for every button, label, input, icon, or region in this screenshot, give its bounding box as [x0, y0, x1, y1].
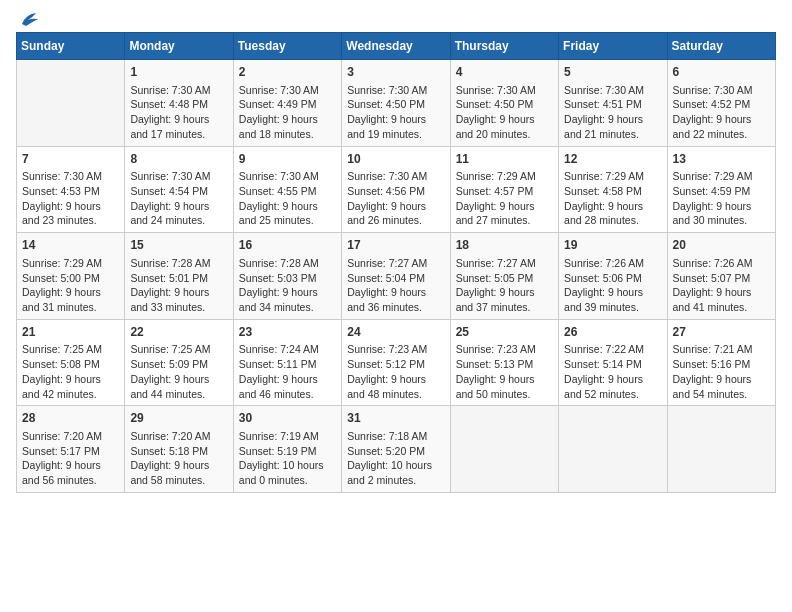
- day-number: 31: [347, 410, 444, 427]
- week-row-5: 28Sunrise: 7:20 AMSunset: 5:17 PMDayligh…: [17, 406, 776, 493]
- day-number: 12: [564, 151, 661, 168]
- day-cell: 12Sunrise: 7:29 AMSunset: 4:58 PMDayligh…: [559, 146, 667, 233]
- weekday-header-saturday: Saturday: [667, 33, 775, 60]
- day-cell: 6Sunrise: 7:30 AMSunset: 4:52 PMDaylight…: [667, 60, 775, 147]
- day-info: Sunrise: 7:30 AMSunset: 4:48 PMDaylight:…: [130, 83, 227, 142]
- day-info: Sunrise: 7:30 AMSunset: 4:52 PMDaylight:…: [673, 83, 770, 142]
- day-number: 3: [347, 64, 444, 81]
- day-info: Sunrise: 7:29 AMSunset: 4:57 PMDaylight:…: [456, 169, 553, 228]
- day-info: Sunrise: 7:27 AMSunset: 5:05 PMDaylight:…: [456, 256, 553, 315]
- day-info: Sunrise: 7:28 AMSunset: 5:03 PMDaylight:…: [239, 256, 336, 315]
- week-row-2: 7Sunrise: 7:30 AMSunset: 4:53 PMDaylight…: [17, 146, 776, 233]
- day-cell: 17Sunrise: 7:27 AMSunset: 5:04 PMDayligh…: [342, 233, 450, 320]
- day-number: 2: [239, 64, 336, 81]
- day-number: 17: [347, 237, 444, 254]
- day-info: Sunrise: 7:24 AMSunset: 5:11 PMDaylight:…: [239, 342, 336, 401]
- day-info: Sunrise: 7:30 AMSunset: 4:55 PMDaylight:…: [239, 169, 336, 228]
- day-number: 11: [456, 151, 553, 168]
- day-info: Sunrise: 7:30 AMSunset: 4:49 PMDaylight:…: [239, 83, 336, 142]
- day-number: 19: [564, 237, 661, 254]
- day-info: Sunrise: 7:19 AMSunset: 5:19 PMDaylight:…: [239, 429, 336, 488]
- day-number: 6: [673, 64, 770, 81]
- day-info: Sunrise: 7:29 AMSunset: 5:00 PMDaylight:…: [22, 256, 119, 315]
- day-cell: 19Sunrise: 7:26 AMSunset: 5:06 PMDayligh…: [559, 233, 667, 320]
- day-number: 22: [130, 324, 227, 341]
- day-info: Sunrise: 7:18 AMSunset: 5:20 PMDaylight:…: [347, 429, 444, 488]
- logo: [16, 16, 40, 24]
- day-cell: 28Sunrise: 7:20 AMSunset: 5:17 PMDayligh…: [17, 406, 125, 493]
- day-info: Sunrise: 7:22 AMSunset: 5:14 PMDaylight:…: [564, 342, 661, 401]
- day-cell: [559, 406, 667, 493]
- day-info: Sunrise: 7:25 AMSunset: 5:09 PMDaylight:…: [130, 342, 227, 401]
- weekday-header-row: SundayMondayTuesdayWednesdayThursdayFrid…: [17, 33, 776, 60]
- day-cell: 20Sunrise: 7:26 AMSunset: 5:07 PMDayligh…: [667, 233, 775, 320]
- day-info: Sunrise: 7:26 AMSunset: 5:07 PMDaylight:…: [673, 256, 770, 315]
- day-info: Sunrise: 7:30 AMSunset: 4:54 PMDaylight:…: [130, 169, 227, 228]
- day-cell: 27Sunrise: 7:21 AMSunset: 5:16 PMDayligh…: [667, 319, 775, 406]
- day-cell: 2Sunrise: 7:30 AMSunset: 4:49 PMDaylight…: [233, 60, 341, 147]
- day-number: 10: [347, 151, 444, 168]
- day-info: Sunrise: 7:25 AMSunset: 5:08 PMDaylight:…: [22, 342, 119, 401]
- day-number: 13: [673, 151, 770, 168]
- logo-bird-icon: [18, 12, 40, 30]
- day-number: 8: [130, 151, 227, 168]
- day-info: Sunrise: 7:27 AMSunset: 5:04 PMDaylight:…: [347, 256, 444, 315]
- day-cell: 10Sunrise: 7:30 AMSunset: 4:56 PMDayligh…: [342, 146, 450, 233]
- day-info: Sunrise: 7:30 AMSunset: 4:53 PMDaylight:…: [22, 169, 119, 228]
- day-cell: 8Sunrise: 7:30 AMSunset: 4:54 PMDaylight…: [125, 146, 233, 233]
- week-row-1: 1Sunrise: 7:30 AMSunset: 4:48 PMDaylight…: [17, 60, 776, 147]
- day-info: Sunrise: 7:30 AMSunset: 4:56 PMDaylight:…: [347, 169, 444, 228]
- page-header: [16, 16, 776, 24]
- day-number: 21: [22, 324, 119, 341]
- day-cell: 9Sunrise: 7:30 AMSunset: 4:55 PMDaylight…: [233, 146, 341, 233]
- day-info: Sunrise: 7:20 AMSunset: 5:17 PMDaylight:…: [22, 429, 119, 488]
- day-cell: 11Sunrise: 7:29 AMSunset: 4:57 PMDayligh…: [450, 146, 558, 233]
- day-cell: 14Sunrise: 7:29 AMSunset: 5:00 PMDayligh…: [17, 233, 125, 320]
- calendar-table: SundayMondayTuesdayWednesdayThursdayFrid…: [16, 32, 776, 493]
- day-number: 14: [22, 237, 119, 254]
- day-cell: [17, 60, 125, 147]
- day-number: 24: [347, 324, 444, 341]
- day-number: 27: [673, 324, 770, 341]
- day-cell: 31Sunrise: 7:18 AMSunset: 5:20 PMDayligh…: [342, 406, 450, 493]
- day-number: 5: [564, 64, 661, 81]
- day-info: Sunrise: 7:26 AMSunset: 5:06 PMDaylight:…: [564, 256, 661, 315]
- weekday-header-thursday: Thursday: [450, 33, 558, 60]
- day-number: 9: [239, 151, 336, 168]
- day-cell: 13Sunrise: 7:29 AMSunset: 4:59 PMDayligh…: [667, 146, 775, 233]
- day-number: 15: [130, 237, 227, 254]
- day-info: Sunrise: 7:28 AMSunset: 5:01 PMDaylight:…: [130, 256, 227, 315]
- day-cell: [667, 406, 775, 493]
- day-info: Sunrise: 7:29 AMSunset: 4:59 PMDaylight:…: [673, 169, 770, 228]
- day-cell: 16Sunrise: 7:28 AMSunset: 5:03 PMDayligh…: [233, 233, 341, 320]
- weekday-header-friday: Friday: [559, 33, 667, 60]
- day-cell: 4Sunrise: 7:30 AMSunset: 4:50 PMDaylight…: [450, 60, 558, 147]
- day-cell: 5Sunrise: 7:30 AMSunset: 4:51 PMDaylight…: [559, 60, 667, 147]
- day-cell: 24Sunrise: 7:23 AMSunset: 5:12 PMDayligh…: [342, 319, 450, 406]
- day-info: Sunrise: 7:29 AMSunset: 4:58 PMDaylight:…: [564, 169, 661, 228]
- day-info: Sunrise: 7:30 AMSunset: 4:50 PMDaylight:…: [456, 83, 553, 142]
- week-row-4: 21Sunrise: 7:25 AMSunset: 5:08 PMDayligh…: [17, 319, 776, 406]
- day-cell: 18Sunrise: 7:27 AMSunset: 5:05 PMDayligh…: [450, 233, 558, 320]
- day-cell: 3Sunrise: 7:30 AMSunset: 4:50 PMDaylight…: [342, 60, 450, 147]
- weekday-header-sunday: Sunday: [17, 33, 125, 60]
- weekday-header-wednesday: Wednesday: [342, 33, 450, 60]
- day-cell: [450, 406, 558, 493]
- day-info: Sunrise: 7:23 AMSunset: 5:13 PMDaylight:…: [456, 342, 553, 401]
- day-cell: 30Sunrise: 7:19 AMSunset: 5:19 PMDayligh…: [233, 406, 341, 493]
- day-info: Sunrise: 7:23 AMSunset: 5:12 PMDaylight:…: [347, 342, 444, 401]
- day-number: 30: [239, 410, 336, 427]
- day-cell: 22Sunrise: 7:25 AMSunset: 5:09 PMDayligh…: [125, 319, 233, 406]
- weekday-header-tuesday: Tuesday: [233, 33, 341, 60]
- day-cell: 25Sunrise: 7:23 AMSunset: 5:13 PMDayligh…: [450, 319, 558, 406]
- day-info: Sunrise: 7:30 AMSunset: 4:50 PMDaylight:…: [347, 83, 444, 142]
- day-cell: 1Sunrise: 7:30 AMSunset: 4:48 PMDaylight…: [125, 60, 233, 147]
- day-info: Sunrise: 7:21 AMSunset: 5:16 PMDaylight:…: [673, 342, 770, 401]
- day-cell: 15Sunrise: 7:28 AMSunset: 5:01 PMDayligh…: [125, 233, 233, 320]
- day-info: Sunrise: 7:30 AMSunset: 4:51 PMDaylight:…: [564, 83, 661, 142]
- day-cell: 23Sunrise: 7:24 AMSunset: 5:11 PMDayligh…: [233, 319, 341, 406]
- day-number: 7: [22, 151, 119, 168]
- day-number: 29: [130, 410, 227, 427]
- day-cell: 21Sunrise: 7:25 AMSunset: 5:08 PMDayligh…: [17, 319, 125, 406]
- day-number: 23: [239, 324, 336, 341]
